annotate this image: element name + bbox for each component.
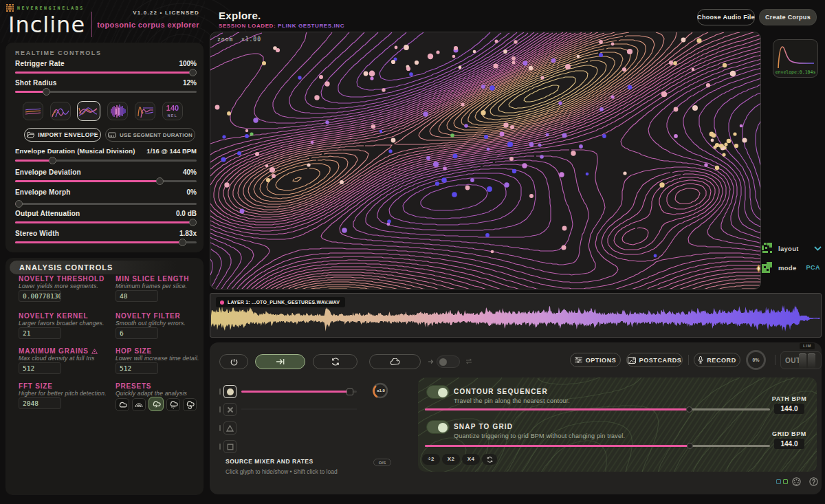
resize-small-icon[interactable] — [776, 479, 781, 484]
corpus-dot[interactable] — [627, 49, 632, 54]
play-step-button-active[interactable] — [255, 354, 305, 369]
contour-sequencer-toggle[interactable] — [426, 385, 450, 399]
corpus-dot[interactable] — [577, 55, 580, 58]
corpus-dot[interactable] — [510, 125, 514, 129]
corpus-dot[interactable] — [319, 75, 323, 79]
corpus-dot[interactable] — [602, 134, 606, 138]
corpus-dot[interactable] — [453, 154, 458, 159]
envelope-slot-2[interactable] — [50, 102, 71, 120]
corpus-dot[interactable] — [473, 50, 476, 54]
corpus-dot[interactable] — [495, 40, 498, 43]
corpus-dot[interactable] — [711, 139, 714, 142]
corpus-dot[interactable] — [387, 219, 391, 223]
corpus-dot[interactable] — [504, 182, 509, 187]
source-rate-knob[interactable] — [346, 388, 353, 395]
corpus-dot[interactable] — [696, 38, 701, 43]
corpus-dot[interactable] — [426, 156, 430, 160]
envelope-duration-slider[interactable] — [15, 155, 197, 165]
corpus-dot[interactable] — [221, 157, 226, 162]
corpus-dot[interactable] — [599, 53, 603, 57]
min-slice-length-input[interactable]: 48 — [116, 290, 158, 302]
mix-knob[interactable]: 0% — [746, 350, 766, 370]
corpus-dot[interactable] — [500, 132, 505, 137]
corpus-dot[interactable] — [538, 144, 542, 147]
corpus-dot[interactable] — [404, 45, 409, 50]
corpus-dot[interactable] — [382, 88, 385, 91]
corpus-dot[interactable] — [674, 134, 678, 138]
envelope-slot-5[interactable] — [135, 102, 155, 120]
preset-storm-button-selected[interactable] — [148, 397, 164, 411]
corpus-dot[interactable] — [493, 63, 498, 68]
corpus-dot[interactable] — [722, 153, 725, 156]
corpus-dot[interactable] — [674, 107, 679, 112]
corpus-dot[interactable] — [715, 143, 719, 147]
source-square-button[interactable] — [223, 440, 236, 453]
corpus-dot[interactable] — [388, 149, 392, 153]
corpus-dot[interactable] — [461, 103, 465, 107]
corpus-dot[interactable] — [727, 139, 732, 144]
path-bpm-slider[interactable] — [425, 404, 770, 414]
record-button[interactable]: RECORD — [694, 353, 740, 367]
corpus-dot[interactable] — [452, 192, 457, 197]
envelope-thumbnail[interactable]: envelope:0.104s — [773, 39, 818, 78]
novelty-filter-input[interactable]: 6 — [116, 327, 158, 339]
corpus-dot[interactable] — [742, 138, 747, 142]
corpus-dot[interactable] — [654, 254, 657, 258]
corpus-dot[interactable] — [406, 67, 410, 71]
rate-knob[interactable]: x1.0 — [371, 382, 389, 399]
output-attenuation-slider[interactable] — [15, 217, 197, 227]
corpus-dot[interactable] — [240, 209, 245, 214]
corpus-dot[interactable] — [507, 142, 513, 147]
corpus-dot[interactable] — [540, 155, 544, 159]
corpus-dot[interactable] — [435, 182, 439, 186]
fft-size-input[interactable]: 2048 — [19, 397, 61, 409]
corpus-dot[interactable] — [481, 110, 485, 115]
corpus-dot[interactable] — [454, 46, 458, 50]
loop-button[interactable] — [313, 354, 358, 369]
corpus-dot[interactable] — [237, 151, 241, 155]
cloud-mode-button[interactable] — [369, 354, 421, 369]
snap-to-grid-toggle[interactable] — [426, 420, 450, 434]
corpus-dot[interactable] — [579, 144, 583, 149]
corpus-dot[interactable] — [715, 166, 719, 170]
corpus-dot[interactable] — [562, 226, 567, 231]
corpus-dot[interactable] — [586, 173, 589, 176]
retrigger-rate-slider[interactable] — [15, 67, 197, 77]
corpus-dot[interactable] — [311, 141, 314, 144]
corpus-dot[interactable] — [723, 63, 727, 67]
map-pin-icon[interactable] — [755, 264, 761, 273]
corpus-dot[interactable] — [661, 91, 668, 98]
novelty-kernel-input[interactable]: 21 — [19, 327, 61, 339]
corpus-dot[interactable] — [255, 152, 259, 156]
corpus-dot[interactable] — [370, 76, 373, 80]
corpus-dot[interactable] — [391, 60, 395, 64]
corpus-dot[interactable] — [227, 111, 231, 116]
corpus-dot[interactable] — [622, 67, 626, 72]
corpus-dot[interactable] — [733, 132, 736, 135]
preset-rain-button[interactable] — [166, 398, 180, 411]
maximum-grains-input[interactable]: 512 — [19, 362, 61, 374]
corpus-dot[interactable] — [692, 68, 695, 72]
corpus-dot[interactable] — [250, 132, 253, 135]
corpus-dot[interactable] — [324, 81, 329, 86]
corpus-dot[interactable] — [342, 228, 347, 233]
corpus-dot[interactable] — [459, 66, 462, 69]
postcards-button[interactable]: POSTCARDS — [626, 353, 683, 367]
corpus-dot[interactable] — [265, 164, 269, 168]
corpus-dot[interactable] — [522, 163, 527, 168]
out-fader-right[interactable] — [808, 353, 815, 369]
corpus-dot[interactable] — [325, 120, 329, 124]
corpus-dot[interactable] — [441, 177, 447, 183]
corpus-dot[interactable] — [262, 61, 266, 65]
corpus-dot[interactable] — [395, 46, 398, 50]
resize-large-icon[interactable] — [783, 479, 788, 484]
corpus-dot[interactable] — [415, 61, 419, 65]
corpus-dot[interactable] — [245, 129, 248, 132]
corpus-dot[interactable] — [272, 174, 276, 178]
corpus-dot[interactable] — [481, 85, 485, 89]
preset-cloud-button[interactable] — [116, 398, 129, 411]
corpus-map[interactable]: zoom ×1.00 — [210, 32, 761, 289]
corpus-dot[interactable] — [298, 76, 301, 79]
options-button[interactable]: OPTIONS — [570, 353, 621, 367]
corpus-dot[interactable] — [628, 85, 632, 90]
